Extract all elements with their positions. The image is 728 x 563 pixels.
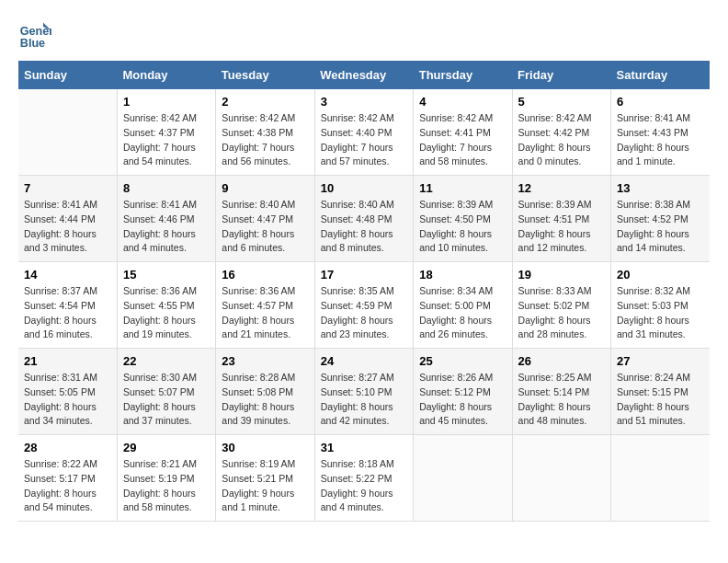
calendar-week-4: 21Sunrise: 8:31 AMSunset: 5:05 PMDayligh… bbox=[18, 349, 710, 435]
header-day-wednesday: Wednesday bbox=[314, 61, 413, 89]
day-info: Sunrise: 8:42 AMSunset: 4:40 PMDaylight:… bbox=[321, 111, 407, 169]
day-number: 3 bbox=[321, 95, 407, 109]
day-number: 23 bbox=[222, 354, 308, 368]
calendar-cell: 16Sunrise: 8:36 AMSunset: 4:57 PMDayligh… bbox=[216, 262, 314, 349]
calendar-cell bbox=[18, 89, 117, 176]
day-info: Sunrise: 8:36 AMSunset: 4:55 PMDaylight:… bbox=[123, 284, 210, 342]
day-info: Sunrise: 8:24 AMSunset: 5:15 PMDaylight:… bbox=[617, 371, 704, 429]
day-number: 10 bbox=[321, 181, 407, 195]
day-number: 5 bbox=[518, 95, 605, 109]
day-info: Sunrise: 8:18 AMSunset: 5:22 PMDaylight:… bbox=[321, 457, 407, 515]
calendar-cell: 26Sunrise: 8:25 AMSunset: 5:14 PMDayligh… bbox=[512, 349, 610, 435]
calendar-cell bbox=[512, 435, 610, 522]
calendar-cell: 18Sunrise: 8:34 AMSunset: 5:00 PMDayligh… bbox=[414, 262, 512, 349]
day-number: 9 bbox=[222, 181, 308, 195]
header-row: SundayMondayTuesdayWednesdayThursdayFrid… bbox=[18, 61, 710, 89]
day-info: Sunrise: 8:39 AMSunset: 4:51 PMDaylight:… bbox=[518, 198, 605, 256]
day-info: Sunrise: 8:22 AMSunset: 5:17 PMDaylight:… bbox=[24, 457, 111, 515]
day-info: Sunrise: 8:41 AMSunset: 4:44 PMDaylight:… bbox=[24, 198, 111, 256]
header-day-saturday: Saturday bbox=[611, 61, 710, 89]
calendar-cell: 19Sunrise: 8:33 AMSunset: 5:02 PMDayligh… bbox=[512, 262, 610, 349]
day-number: 25 bbox=[419, 354, 506, 368]
calendar-cell: 30Sunrise: 8:19 AMSunset: 5:21 PMDayligh… bbox=[216, 435, 314, 522]
calendar-cell: 23Sunrise: 8:28 AMSunset: 5:08 PMDayligh… bbox=[216, 349, 314, 435]
calendar-cell: 1Sunrise: 8:42 AMSunset: 4:37 PMDaylight… bbox=[117, 89, 215, 176]
day-number: 29 bbox=[123, 441, 210, 454]
day-number: 7 bbox=[24, 181, 111, 195]
calendar-cell: 11Sunrise: 8:39 AMSunset: 4:50 PMDayligh… bbox=[414, 176, 512, 262]
header-day-monday: Monday bbox=[117, 61, 215, 89]
day-info: Sunrise: 8:27 AMSunset: 5:10 PMDaylight:… bbox=[321, 371, 407, 429]
day-info: Sunrise: 8:41 AMSunset: 4:43 PMDaylight:… bbox=[617, 111, 704, 169]
day-info: Sunrise: 8:25 AMSunset: 5:14 PMDaylight:… bbox=[518, 371, 605, 429]
day-number: 30 bbox=[222, 441, 308, 454]
day-info: Sunrise: 8:19 AMSunset: 5:21 PMDaylight:… bbox=[222, 457, 308, 515]
calendar-cell: 5Sunrise: 8:42 AMSunset: 4:42 PMDaylight… bbox=[512, 89, 610, 176]
day-info: Sunrise: 8:30 AMSunset: 5:07 PMDaylight:… bbox=[123, 371, 210, 429]
day-number: 11 bbox=[419, 181, 506, 195]
calendar-cell: 12Sunrise: 8:39 AMSunset: 4:51 PMDayligh… bbox=[512, 176, 610, 262]
day-number: 8 bbox=[123, 181, 210, 195]
calendar-cell: 20Sunrise: 8:32 AMSunset: 5:03 PMDayligh… bbox=[611, 262, 710, 349]
day-info: Sunrise: 8:33 AMSunset: 5:02 PMDaylight:… bbox=[518, 284, 605, 342]
day-number: 2 bbox=[222, 95, 308, 109]
calendar-cell: 27Sunrise: 8:24 AMSunset: 5:15 PMDayligh… bbox=[611, 349, 710, 435]
calendar-cell: 29Sunrise: 8:21 AMSunset: 5:19 PMDayligh… bbox=[117, 435, 215, 522]
calendar-cell: 28Sunrise: 8:22 AMSunset: 5:17 PMDayligh… bbox=[18, 435, 117, 522]
day-info: Sunrise: 8:21 AMSunset: 5:19 PMDaylight:… bbox=[123, 457, 210, 515]
svg-text:Blue: Blue bbox=[20, 37, 45, 50]
day-info: Sunrise: 8:28 AMSunset: 5:08 PMDaylight:… bbox=[222, 371, 308, 429]
day-info: Sunrise: 8:32 AMSunset: 5:03 PMDaylight:… bbox=[617, 284, 704, 342]
day-number: 17 bbox=[321, 268, 407, 282]
day-number: 1 bbox=[123, 95, 210, 109]
day-info: Sunrise: 8:31 AMSunset: 5:05 PMDaylight:… bbox=[24, 371, 111, 429]
day-info: Sunrise: 8:38 AMSunset: 4:52 PMDaylight:… bbox=[617, 198, 704, 256]
calendar-body: 1Sunrise: 8:42 AMSunset: 4:37 PMDaylight… bbox=[18, 89, 710, 522]
calendar-cell: 22Sunrise: 8:30 AMSunset: 5:07 PMDayligh… bbox=[117, 349, 215, 435]
day-info: Sunrise: 8:36 AMSunset: 4:57 PMDaylight:… bbox=[222, 284, 308, 342]
header-day-friday: Friday bbox=[512, 61, 610, 89]
day-number: 13 bbox=[617, 181, 704, 195]
day-number: 22 bbox=[123, 354, 210, 368]
day-info: Sunrise: 8:26 AMSunset: 5:12 PMDaylight:… bbox=[419, 371, 506, 429]
calendar-week-5: 28Sunrise: 8:22 AMSunset: 5:17 PMDayligh… bbox=[18, 435, 710, 522]
day-number: 31 bbox=[321, 441, 407, 454]
calendar-cell: 24Sunrise: 8:27 AMSunset: 5:10 PMDayligh… bbox=[314, 349, 413, 435]
day-number: 12 bbox=[518, 181, 605, 195]
calendar-cell: 15Sunrise: 8:36 AMSunset: 4:55 PMDayligh… bbox=[117, 262, 215, 349]
calendar-cell: 31Sunrise: 8:18 AMSunset: 5:22 PMDayligh… bbox=[314, 435, 413, 522]
calendar-cell: 3Sunrise: 8:42 AMSunset: 4:40 PMDaylight… bbox=[314, 89, 413, 176]
day-info: Sunrise: 8:40 AMSunset: 4:47 PMDaylight:… bbox=[222, 198, 308, 256]
day-info: Sunrise: 8:40 AMSunset: 4:48 PMDaylight:… bbox=[321, 198, 407, 256]
day-number: 6 bbox=[617, 95, 704, 109]
calendar-cell: 2Sunrise: 8:42 AMSunset: 4:38 PMDaylight… bbox=[216, 89, 314, 176]
day-number: 27 bbox=[617, 354, 704, 368]
calendar-cell: 8Sunrise: 8:41 AMSunset: 4:46 PMDaylight… bbox=[117, 176, 215, 262]
calendar-week-3: 14Sunrise: 8:37 AMSunset: 4:54 PMDayligh… bbox=[18, 262, 710, 349]
day-number: 21 bbox=[24, 354, 111, 368]
day-number: 15 bbox=[123, 268, 210, 282]
day-info: Sunrise: 8:42 AMSunset: 4:38 PMDaylight:… bbox=[222, 111, 308, 169]
day-number: 26 bbox=[518, 354, 605, 368]
calendar-cell: 13Sunrise: 8:38 AMSunset: 4:52 PMDayligh… bbox=[611, 176, 710, 262]
header-day-tuesday: Tuesday bbox=[216, 61, 314, 89]
calendar-cell: 7Sunrise: 8:41 AMSunset: 4:44 PMDaylight… bbox=[18, 176, 117, 262]
day-info: Sunrise: 8:42 AMSunset: 4:42 PMDaylight:… bbox=[518, 111, 605, 169]
day-number: 20 bbox=[617, 268, 704, 282]
day-number: 16 bbox=[222, 268, 308, 282]
day-number: 4 bbox=[419, 95, 506, 109]
logo-icon: General Blue bbox=[18, 18, 51, 52]
calendar-cell: 21Sunrise: 8:31 AMSunset: 5:05 PMDayligh… bbox=[18, 349, 117, 435]
calendar-cell: 9Sunrise: 8:40 AMSunset: 4:47 PMDaylight… bbox=[216, 176, 314, 262]
header-day-sunday: Sunday bbox=[18, 61, 117, 89]
day-number: 19 bbox=[518, 268, 605, 282]
calendar-cell bbox=[611, 435, 710, 522]
day-info: Sunrise: 8:35 AMSunset: 4:59 PMDaylight:… bbox=[321, 284, 407, 342]
calendar-cell: 4Sunrise: 8:42 AMSunset: 4:41 PMDaylight… bbox=[414, 89, 512, 176]
day-number: 14 bbox=[24, 268, 111, 282]
day-number: 28 bbox=[24, 441, 111, 454]
day-info: Sunrise: 8:34 AMSunset: 5:00 PMDaylight:… bbox=[419, 284, 506, 342]
day-info: Sunrise: 8:37 AMSunset: 4:54 PMDaylight:… bbox=[24, 284, 111, 342]
day-info: Sunrise: 8:41 AMSunset: 4:46 PMDaylight:… bbox=[123, 198, 210, 256]
calendar-cell bbox=[414, 435, 512, 522]
